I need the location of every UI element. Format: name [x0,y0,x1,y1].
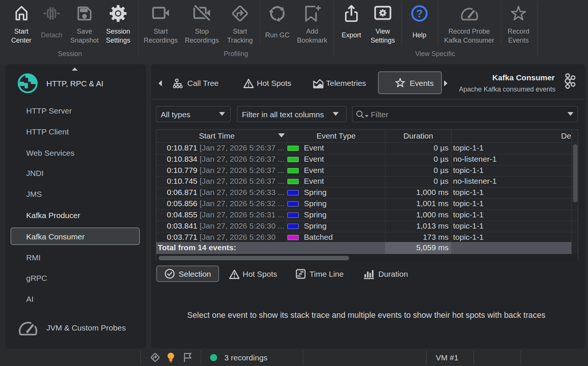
svg-text:?: ? [416,7,423,19]
